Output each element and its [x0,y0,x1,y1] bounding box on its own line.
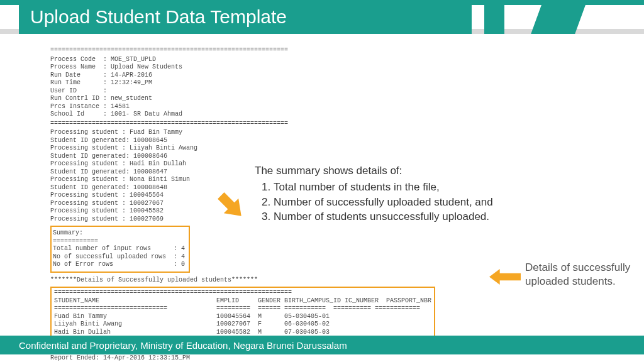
slide-footer: Confidential and Proprietary, Ministry o… [0,336,644,354]
header-accent-1 [484,0,504,34]
callout-list-item: Total number of students in the file, [274,180,557,195]
svg-marker-3 [489,269,521,285]
svg-marker-2 [214,189,248,223]
callout-list-item: Number of successfully uploaded student,… [274,195,557,210]
table-underline: ============================== =========… [54,305,431,313]
callout-details: Details of successfully uploaded student… [525,261,638,288]
log-header-lines: Process Code : MOE_STD_UPLD Process Name… [50,56,594,119]
summary-rows: Total number of input rows : 4 No of suc… [53,245,185,269]
header-teal-under [19,29,472,34]
slide-header: Upload Student Data Template [0,0,644,34]
callout-list-item: Number of students unsuccessfully upload… [274,209,557,224]
arrow-diagonal-icon [214,189,248,223]
table-divider-top: ========================================… [54,289,431,297]
log-divider-1: ========================================… [50,47,594,55]
log-divider-2: ========================================… [50,120,594,128]
page-title: Upload Student Data Template [30,6,287,28]
table-columns: STUDENT_NAME EMPLID GENDER BIRTH_CAMPUS_… [54,297,431,305]
callout-summary: The summary shows details of: Total numb… [255,163,557,224]
summary-highlight-box: Summary: ============ Total number of in… [50,226,190,273]
report-ended: Report Ended: 14-Apr-2016 12:33:15_PM [50,354,594,363]
summary-title: Summary: [53,229,185,238]
callout-summary-list: Total number of students in the file,Num… [274,180,557,224]
summary-underline: ============ [53,238,185,246]
footer-text: Confidential and Proprietary, Ministry o… [19,340,347,351]
callout-summary-intro: The summary shows details of: [255,163,557,178]
arrow-left-small-icon [489,264,521,289]
